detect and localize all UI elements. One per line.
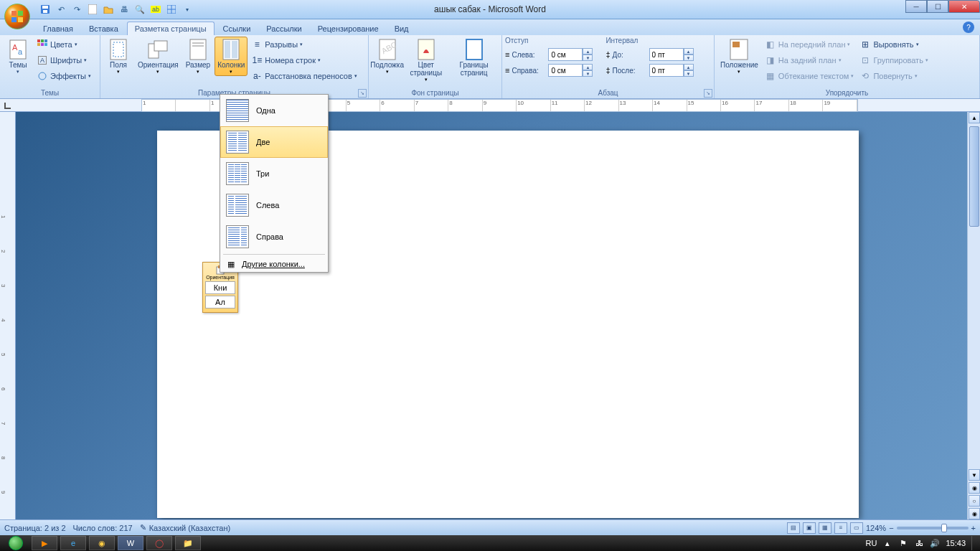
page-status[interactable]: Страница: 2 из 2 xyxy=(4,524,66,532)
tray-network-icon[interactable]: 🖧 xyxy=(914,538,924,548)
taskbar-app-5[interactable]: ◯ xyxy=(146,536,172,550)
tab-review[interactable]: Рецензирование xyxy=(311,22,386,35)
bring-front-button[interactable]: ◧На передний план ▾ xyxy=(763,37,857,52)
draft-view[interactable]: ▭ xyxy=(850,522,863,534)
smart-tag-option-2[interactable]: Ал xyxy=(205,296,235,309)
scroll-down-button[interactable]: ▼ xyxy=(969,469,980,481)
tab-selector[interactable] xyxy=(0,99,16,112)
theme-effects-button[interactable]: Эффекты ▾ xyxy=(34,68,93,84)
themes-button[interactable]: Aa Темы ▾ xyxy=(3,37,33,76)
smart-tag-option-1[interactable]: Кни xyxy=(205,281,235,294)
print-icon[interactable]: 🖶 xyxy=(118,3,131,16)
spin-down-icon[interactable]: ▼ xyxy=(684,55,694,61)
hyphenation-button[interactable]: a-Расстановка переносов ▾ xyxy=(249,68,359,84)
outline-view[interactable]: ≡ xyxy=(834,522,847,534)
new-doc-icon[interactable] xyxy=(86,3,99,16)
spin-up-icon[interactable]: ▲ xyxy=(583,48,593,55)
position-button[interactable]: Положение▾ xyxy=(717,37,761,76)
undo-icon[interactable]: ↶ xyxy=(55,3,67,16)
redo-icon[interactable]: ↷ xyxy=(70,3,83,16)
text-wrap-button[interactable]: ▦Обтекание текстом ▾ xyxy=(763,68,857,84)
orientation-button[interactable]: Ориентация▾ xyxy=(135,37,182,76)
scroll-thumb[interactable] xyxy=(969,126,979,227)
columns-three[interactable]: Три xyxy=(220,158,328,189)
spin-up-icon[interactable]: ▲ xyxy=(684,48,694,55)
margins-button[interactable]: Поля▾ xyxy=(103,37,133,76)
align-button[interactable]: ⊞Выровнять ▾ xyxy=(857,37,930,52)
table-icon[interactable] xyxy=(165,3,178,16)
tab-home[interactable]: Главная xyxy=(36,22,80,35)
spin-up-icon[interactable]: ▲ xyxy=(684,64,694,70)
tray-language[interactable]: RU xyxy=(866,539,877,547)
spin-down-icon[interactable]: ▼ xyxy=(583,55,593,61)
prev-page-button[interactable]: ◉ xyxy=(969,482,980,494)
page-color-button[interactable]: Цвет страницы▾ xyxy=(404,37,448,84)
page-setup-dialog-launcher[interactable]: ↘ xyxy=(358,89,367,98)
open-icon[interactable] xyxy=(102,3,115,16)
columns-two[interactable]: Две xyxy=(220,126,328,158)
print-layout-view[interactable]: ▤ xyxy=(787,522,800,534)
tray-flag-icon[interactable]: ⚑ xyxy=(898,538,908,548)
columns-right[interactable]: Справа xyxy=(220,221,328,253)
browse-object-button[interactable]: ○ xyxy=(969,495,980,507)
theme-colors-button[interactable]: Цвета ▾ xyxy=(34,37,93,52)
tab-insert[interactable]: Вставка xyxy=(82,22,126,35)
zoom-slider[interactable] xyxy=(897,527,969,529)
help-icon[interactable]: ? xyxy=(963,22,974,33)
page-borders-button[interactable]: Границы страниц xyxy=(449,37,499,78)
next-page-button[interactable]: ◉ xyxy=(969,508,980,519)
columns-button[interactable]: Колонки▾ xyxy=(215,37,248,76)
columns-left[interactable]: Слева xyxy=(220,189,328,221)
zoom-slider-thumb[interactable] xyxy=(941,524,947,532)
tab-view[interactable]: Вид xyxy=(387,22,416,35)
breaks-button[interactable]: ≡Разрывы ▾ xyxy=(249,37,359,52)
vertical-ruler[interactable]: 12345678910 xyxy=(0,99,16,519)
tab-references[interactable]: Ссылки xyxy=(216,22,258,35)
highlight-icon[interactable]: ab xyxy=(149,3,162,16)
size-button[interactable]: Размер▾ xyxy=(183,37,213,76)
preview-icon[interactable]: 🔍 xyxy=(133,3,146,16)
taskbar-word[interactable]: W xyxy=(118,536,143,550)
start-button[interactable] xyxy=(3,535,29,551)
tray-volume-icon[interactable]: 🔊 xyxy=(930,538,940,548)
minimize-button[interactable]: ─ xyxy=(905,0,927,13)
spin-up-icon[interactable]: ▲ xyxy=(583,64,593,70)
taskbar-app-1[interactable]: ▶ xyxy=(32,536,57,550)
rotate-button[interactable]: ⟲Повернуть ▾ xyxy=(857,68,930,84)
tray-up-icon[interactable]: ▴ xyxy=(882,538,892,548)
scroll-up-button[interactable]: ▲ xyxy=(969,112,980,123)
tab-page-layout[interactable]: Разметка страницы xyxy=(127,22,215,35)
send-back-button[interactable]: ◨На задний план ▾ xyxy=(763,52,857,68)
indent-left-input[interactable] xyxy=(548,48,583,61)
watermark-button[interactable]: ABCПодложка▾ xyxy=(372,37,402,76)
indent-right-input[interactable] xyxy=(548,64,583,77)
full-screen-view[interactable]: ▣ xyxy=(803,522,816,534)
save-icon[interactable] xyxy=(39,3,52,16)
zoom-out-button[interactable]: − xyxy=(889,524,893,532)
taskbar-app-3[interactable]: ◉ xyxy=(89,536,115,550)
more-columns[interactable]: ▦Другие колонки... xyxy=(220,256,328,272)
show-desktop-button[interactable] xyxy=(971,536,977,550)
zoom-level[interactable]: 124% xyxy=(866,524,886,532)
vertical-scrollbar[interactable]: ▲ ▼ ◉ ○ ◉ xyxy=(967,112,980,519)
word-count[interactable]: Число слов: 217 xyxy=(73,524,133,532)
tray-clock[interactable]: 15:43 xyxy=(946,539,966,547)
spellcheck-icon[interactable]: ✎ xyxy=(140,523,146,532)
office-button[interactable] xyxy=(0,0,29,19)
line-numbers-button[interactable]: 1≡Номера строк ▾ xyxy=(249,52,359,68)
qat-dropdown-icon[interactable]: ▾ xyxy=(181,3,194,16)
maximize-button[interactable]: ☐ xyxy=(927,0,948,13)
close-button[interactable]: ✕ xyxy=(948,0,980,13)
taskbar-explorer[interactable]: 📁 xyxy=(175,536,201,550)
web-layout-view[interactable]: ▦ xyxy=(819,522,831,534)
language-status[interactable]: Казахский (Казахстан) xyxy=(149,524,230,532)
paragraph-dialog-launcher[interactable]: ↘ xyxy=(704,89,712,98)
horizontal-ruler[interactable]: 112345678910111213141516171819 xyxy=(16,99,980,112)
columns-one[interactable]: Одна xyxy=(220,95,328,126)
group-button[interactable]: ⊡Группировать ▾ xyxy=(857,52,930,68)
spacing-after-input[interactable] xyxy=(649,64,684,77)
spin-down-icon[interactable]: ▼ xyxy=(684,70,694,77)
zoom-in-button[interactable]: + xyxy=(971,524,976,532)
tab-mailings[interactable]: Рассылки xyxy=(259,22,308,35)
theme-fonts-button[interactable]: AШрифты ▾ xyxy=(34,52,93,68)
